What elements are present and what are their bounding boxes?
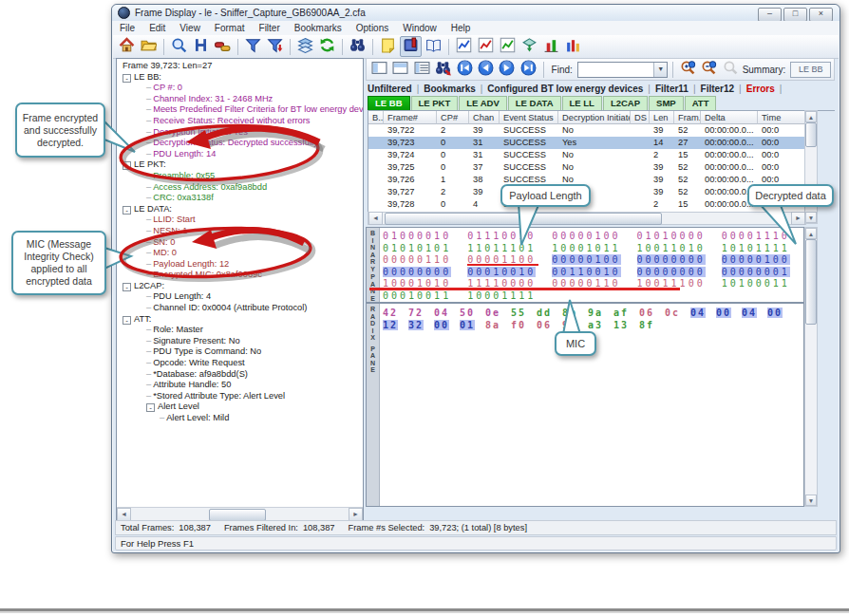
collapse-icon[interactable]: -: [146, 403, 155, 412]
open-folder-button[interactable]: [139, 37, 159, 56]
menu-window[interactable]: Window: [403, 23, 437, 33]
scroll-down-icon[interactable]: ▼: [805, 495, 817, 506]
zoom-in-button[interactable]: [678, 60, 697, 79]
tree-item-crc[interactable]: –CRC: 0xa3138f: [117, 193, 363, 204]
nav-first-button[interactable]: [455, 60, 474, 79]
summary-dropdown[interactable]: LE BB: [790, 62, 831, 78]
menu-edit[interactable]: Edit: [149, 23, 165, 33]
bookmark-button[interactable]: [400, 36, 422, 57]
menu-options[interactable]: Options: [356, 23, 388, 33]
tree-item-database[interactable]: –*Database: af9a8bdd(S): [117, 369, 363, 381]
protocol-tab-l2cap[interactable]: L2CAP: [603, 96, 648, 110]
scrollbar-track[interactable]: [131, 509, 349, 520]
menu-format[interactable]: Format: [215, 23, 245, 33]
tree-item-frame-39-723[interactable]: Frame 39,723: Len=27: [117, 61, 363, 72]
layers-button[interactable]: [295, 37, 315, 56]
bars-2-button[interactable]: [541, 37, 561, 56]
find-frame-button[interactable]: [433, 60, 452, 79]
tree-item-le-data[interactable]: -LE DATA:: [117, 204, 363, 215]
refresh-button[interactable]: [317, 37, 337, 56]
open-book-button[interactable]: [424, 37, 443, 56]
tree-item-att[interactable]: -ATT:: [117, 314, 363, 326]
tree-item-channel-id[interactable]: –Channel ID: 0x0004 (Attribute Protocol): [117, 303, 363, 314]
tree-item-opcode[interactable]: –Opcode: Write Request: [117, 358, 363, 369]
tree-item-receive-status[interactable]: –Receive Status: Received without errors: [117, 116, 363, 127]
column-header-chan[interactable]: Chan: [469, 111, 500, 124]
table-row[interactable]: 39,722239SUCCESSNo395200:00:00.0...00:0: [368, 124, 805, 137]
scroll-left-icon[interactable]: ◄: [368, 212, 383, 225]
tree-item-llid[interactable]: –LLID: Start: [117, 215, 363, 226]
capture-button[interactable]: [519, 37, 539, 56]
menu-filter[interactable]: Filter: [259, 23, 280, 33]
scroll-up-icon[interactable]: ▲: [805, 111, 817, 122]
filter-tab-configured-bt-low-energy-devices[interactable]: Configured BT low energy devices: [487, 84, 643, 94]
protocol-tab-le-data[interactable]: LE DATA: [508, 96, 561, 110]
tree-item-attribute-handle[interactable]: –Attribute Handle: 50: [117, 380, 363, 391]
column-header-frame[interactable]: Frame#: [384, 111, 437, 124]
menu-file[interactable]: File: [120, 23, 135, 33]
minimize-button[interactable]: –: [758, 8, 782, 22]
tree-item-pdu-length[interactable]: –PDU Length: 14: [117, 149, 363, 160]
protocol-tab-le-ll[interactable]: LE LL: [562, 96, 602, 110]
scrollbar-thumb[interactable]: [805, 122, 817, 147]
bars-3-button[interactable]: [563, 37, 583, 56]
find-input[interactable]: [578, 63, 653, 77]
tree-item-role[interactable]: –Role: Master: [117, 325, 363, 336]
collapse-icon[interactable]: -: [123, 283, 131, 291]
maximize-button[interactable]: □: [783, 8, 807, 22]
scroll-down-icon[interactable]: ▼: [805, 212, 817, 223]
frame-find-button[interactable]: [191, 37, 211, 56]
column-header-cp[interactable]: CP#: [437, 111, 469, 124]
table-row[interactable]: 39,725037SUCCESSNo395200:00:00.0...00:0: [368, 161, 805, 174]
table-horizontal-scrollbar[interactable]: ◄ ►: [368, 212, 806, 225]
nav-next-button[interactable]: [498, 60, 517, 79]
tree-item-payload-length[interactable]: –Payload Length: 12: [117, 259, 363, 271]
table-vertical-scrollbar[interactable]: ▲ ▼: [804, 110, 818, 224]
column-header-len[interactable]: Len: [650, 111, 674, 124]
nav-prev-button[interactable]: [476, 60, 495, 79]
collapse-icon[interactable]: -: [123, 316, 131, 325]
tree-item-nesn[interactable]: –NESN: 1: [117, 226, 363, 237]
table-row[interactable]: 39,723031SUCCESSYes142700:00:00.0...00:0: [368, 137, 805, 149]
pane-left-button[interactable]: [369, 60, 388, 79]
tree-item-stored-attribute-type[interactable]: –*Stored Attribute Type: Alert Level: [117, 391, 363, 402]
protocol-tab-le-bb[interactable]: LE BB: [368, 96, 410, 110]
filter-button[interactable]: [243, 37, 263, 56]
pane-bottom-button[interactable]: [390, 60, 409, 79]
scroll-up-icon[interactable]: ▲: [805, 228, 817, 239]
menu-bookmarks[interactable]: Bookmarks: [294, 23, 342, 33]
filter-tab-bookmarks[interactable]: Bookmarks: [424, 84, 475, 94]
column-header-event-status[interactable]: Event Status: [500, 111, 558, 124]
tree-item-le-bb[interactable]: -LE BB:: [117, 72, 363, 84]
protocol-tab-le-adv[interactable]: LE ADV: [459, 96, 506, 110]
collapse-icon[interactable]: -: [123, 206, 131, 215]
tree-horizontal-scrollbar[interactable]: ◄ ►: [117, 507, 363, 520]
protocol-pills-button[interactable]: [213, 37, 233, 56]
chart-red-button[interactable]: [476, 37, 496, 56]
find-combobox[interactable]: ▼: [577, 62, 668, 78]
panes-vertical-scrollbar[interactable]: ▲ ▼: [804, 227, 818, 507]
column-header-delta[interactable]: Delta: [701, 111, 758, 124]
nav-last-button[interactable]: [519, 60, 538, 79]
tree-item-alert-level[interactable]: –Alert Level: Mild: [117, 413, 363, 424]
tree-item-alert-level[interactable]: -Alert Level: [117, 401, 363, 413]
filter-tab-unfiltered[interactable]: Unfiltered: [368, 84, 412, 94]
column-header-decryption-initiated[interactable]: Decryption Initiated: [558, 111, 631, 124]
tree-item-access-address[interactable]: –Access Address: 0xaf9a8bdd: [117, 182, 363, 194]
search-button[interactable]: [169, 37, 189, 56]
tree-item-decryption-initiated[interactable]: –Decryption Initiated: Yes: [117, 127, 363, 139]
zoom-out-button[interactable]: [700, 60, 719, 79]
close-button[interactable]: ×: [809, 8, 833, 22]
tree-item-sn[interactable]: –SN: 0: [117, 237, 363, 249]
protocol-tab-smp[interactable]: SMP: [649, 96, 684, 110]
protocol-tab-att[interactable]: ATT: [685, 96, 717, 110]
tree-item-le-pkt[interactable]: -LE PKT:: [117, 159, 363, 171]
tree-item-l2cap[interactable]: -L2CAP:: [117, 281, 363, 292]
filter-tab-errors[interactable]: Errors: [746, 84, 775, 94]
scrollbar-thumb[interactable]: [385, 213, 662, 225]
collapse-icon[interactable]: -: [123, 161, 131, 170]
table-row[interactable]: 39,724031SUCCESSNo21500:00:00.0...00:0: [368, 149, 805, 161]
menu-help[interactable]: Help: [451, 23, 471, 33]
filter-apply-button[interactable]: [265, 37, 285, 56]
tree-item-md[interactable]: –MD: 0: [117, 248, 363, 259]
